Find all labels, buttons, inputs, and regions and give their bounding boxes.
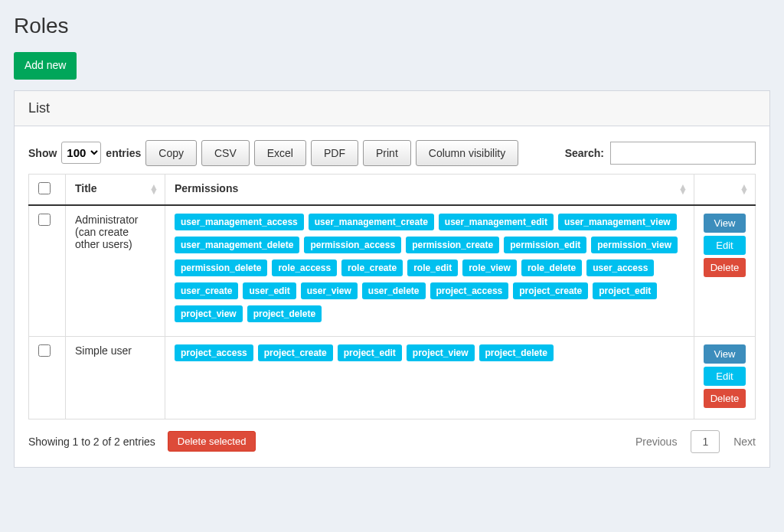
- select-all-header: [29, 174, 66, 205]
- permission-badge: role_access: [272, 259, 337, 276]
- permission-badge: project_edit: [593, 282, 657, 299]
- row-title: Simple user: [66, 336, 165, 419]
- list-panel: List Show 100 entries Copy CSV Excel PDF…: [14, 90, 770, 468]
- permission-badge: permission_view: [591, 237, 678, 253]
- row-permissions: user_management_accessuser_management_cr…: [165, 205, 694, 337]
- permission-badge: user_create: [175, 282, 238, 299]
- permission-badge: user_delete: [362, 282, 426, 299]
- row-checkbox[interactable]: [38, 214, 51, 226]
- permission-badge: user_management_create: [309, 214, 434, 230]
- page-title: Roles: [14, 14, 770, 38]
- permission-badge: project_create: [513, 282, 588, 299]
- permission-badge: user_management_access: [175, 214, 304, 230]
- delete-button[interactable]: Delete: [704, 389, 746, 408]
- edit-button[interactable]: Edit: [704, 236, 746, 255]
- table-controls: Show 100 entries Copy CSV Excel PDF Prin…: [28, 140, 756, 166]
- row-checkbox[interactable]: [38, 344, 51, 357]
- table-info: Showing 1 to 2 of 2 entries: [28, 436, 155, 448]
- print-button[interactable]: Print: [363, 140, 411, 166]
- edit-button[interactable]: Edit: [704, 367, 746, 386]
- next-page[interactable]: Next: [733, 436, 756, 448]
- permission-badge: role_view: [462, 259, 517, 276]
- length-entries-label: entries: [106, 147, 141, 159]
- pdf-button[interactable]: PDF: [311, 140, 358, 166]
- copy-button[interactable]: Copy: [145, 140, 197, 166]
- permission-badge: project_edit: [338, 344, 402, 361]
- row-permissions: project_accessproject_createproject_edit…: [165, 336, 694, 419]
- permission-badge: permission_edit: [504, 237, 586, 253]
- row-title: Administrator (can create other users): [66, 205, 165, 337]
- permission-badge: project_delete: [247, 305, 322, 322]
- permission-badge: project_delete: [479, 344, 554, 361]
- permission-badge: project_access: [175, 344, 253, 361]
- csv-button[interactable]: CSV: [201, 140, 250, 166]
- view-button[interactable]: View: [704, 214, 746, 233]
- select-all-checkbox[interactable]: [38, 182, 51, 194]
- excel-button[interactable]: Excel: [254, 140, 306, 166]
- permission-badge: project_create: [258, 344, 333, 361]
- length-show-label: Show: [28, 147, 57, 159]
- actions-column-header: ▲▼: [694, 174, 756, 205]
- permission-badge: user_view: [301, 282, 358, 299]
- permission-badge: role_edit: [407, 259, 458, 276]
- length-select[interactable]: 100: [61, 142, 101, 164]
- permissions-column-label: Permissions: [175, 182, 238, 194]
- permission-badge: project_view: [407, 344, 475, 361]
- permission-badge: role_delete: [521, 259, 582, 276]
- column-visibility-button[interactable]: Column visibility: [416, 140, 518, 166]
- permissions-column-header[interactable]: Permissions ▲▼: [165, 174, 694, 205]
- sort-icon: ▲▼: [740, 184, 749, 194]
- sort-icon: ▲▼: [678, 184, 688, 194]
- permission-badge: permission_delete: [175, 259, 267, 276]
- permission-badge: user_management_edit: [439, 214, 554, 230]
- search-label: Search:: [565, 147, 604, 159]
- table-row: Simple userproject_accessproject_createp…: [29, 336, 756, 419]
- permission-badge: user_management_delete: [175, 237, 299, 253]
- table-row: Administrator (can create other users)us…: [29, 205, 756, 337]
- delete-button[interactable]: Delete: [704, 258, 746, 277]
- page-number[interactable]: 1: [691, 430, 720, 453]
- permission-badge: permission_access: [304, 237, 401, 253]
- view-button[interactable]: View: [704, 344, 746, 364]
- previous-page[interactable]: Previous: [635, 436, 677, 448]
- search-input[interactable]: [610, 142, 756, 165]
- pager: Previous 1 Next: [635, 430, 756, 453]
- permission-badge: user_edit: [243, 282, 296, 299]
- panel-header: List: [15, 91, 769, 126]
- title-column-label: Title: [75, 182, 97, 194]
- delete-selected-button[interactable]: Delete selected: [168, 431, 256, 452]
- sort-icon: ▲▼: [149, 184, 158, 194]
- title-column-header[interactable]: Title ▲▼: [66, 174, 165, 205]
- permission-badge: user_access: [586, 259, 654, 276]
- permission-badge: project_access: [430, 282, 509, 299]
- permission-badge: role_create: [341, 259, 403, 276]
- roles-table: Title ▲▼ Permissions ▲▼ ▲▼ Administrator…: [28, 174, 756, 419]
- permission-badge: project_view: [175, 305, 243, 322]
- permission-badge: permission_create: [406, 237, 499, 253]
- permission-badge: user_management_view: [558, 214, 677, 230]
- add-new-button[interactable]: Add new: [14, 52, 77, 80]
